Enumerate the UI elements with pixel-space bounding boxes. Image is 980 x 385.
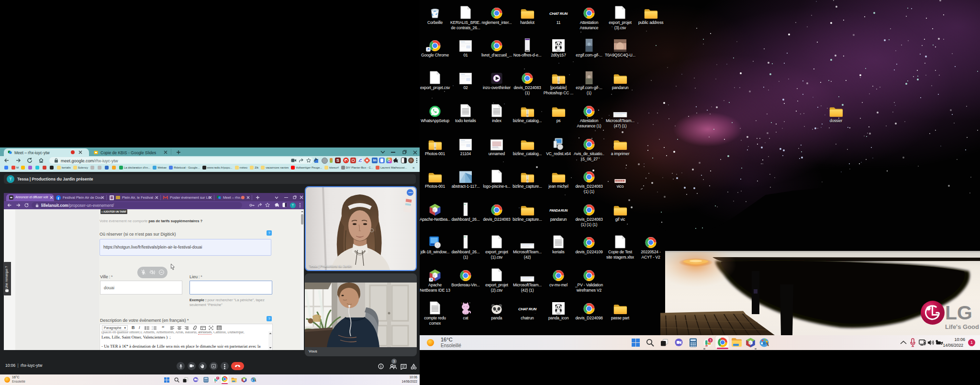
- svg-text:2: 2: [152, 328, 153, 330]
- svg-text:Life's Good: Life's Good: [945, 323, 979, 330]
- svg-text:LG: LG: [945, 302, 972, 324]
- svg-text:3: 3: [709, 338, 711, 342]
